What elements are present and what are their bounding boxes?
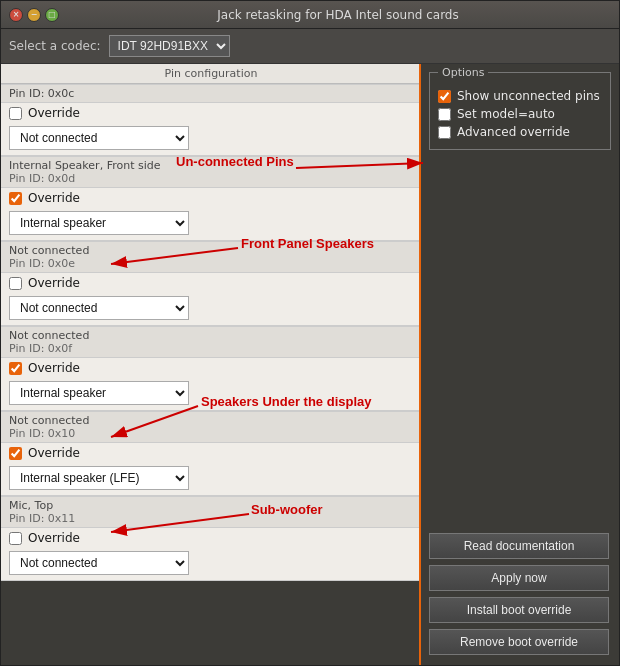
apply-now-button[interactable]: Apply now [429,565,609,591]
titlebar: × − □ Jack retasking for HDA Intel sound… [1,1,619,29]
main-window: × − □ Jack retasking for HDA Intel sound… [0,0,620,666]
minimize-button[interactable]: − [27,8,41,22]
dropdown-row-4: Not connected Internal speaker Internal … [1,463,421,495]
pin-select-0[interactable]: Not connected Internal speaker Headphone… [9,126,189,150]
pin-select-2[interactable]: Not connected Internal speaker Headphone… [9,296,189,320]
pin-header-0: Pin ID: 0x0c [1,84,421,103]
left-wrapper: Pin configuration Pin ID: 0x0c Override … [1,64,421,665]
dropdown-row-5: Not connected Internal speaker Headphone… [1,548,421,580]
option-row-2: Advanced override [438,123,602,141]
pin-header-4: Not connected Pin ID: 0x10 [1,411,421,443]
read-documentation-button[interactable]: Read documentation [429,533,609,559]
advanced-override-checkbox[interactable] [438,126,451,139]
options-title: Options [438,66,488,79]
dropdown-row-1: Not connected Internal speaker Headphone… [1,208,421,240]
override-label-2: Override [28,276,80,290]
show-unconnected-checkbox[interactable] [438,90,451,103]
override-row-2: Override [1,273,421,293]
pin-header-3: Not connected Pin ID: 0x0f [1,326,421,358]
maximize-button[interactable]: □ [45,8,59,22]
pin-name-1: Internal Speaker, Front side [9,159,413,172]
override-checkbox-1[interactable] [9,192,22,205]
advanced-override-label: Advanced override [457,125,570,139]
pin-id-label-4: Pin ID: 0x10 [9,427,413,440]
main-area: Pin configuration Pin ID: 0x0c Override … [1,64,619,665]
pin-name-3: Not connected [9,329,413,342]
pin-header-2: Not connected Pin ID: 0x0e [1,241,421,273]
override-checkbox-0[interactable] [9,107,22,120]
pin-group-3: Not connected Pin ID: 0x0f Override Not … [1,326,421,411]
pin-group-4: Not connected Pin ID: 0x10 Override Not … [1,411,421,496]
close-button[interactable]: × [9,8,23,22]
override-label-3: Override [28,361,80,375]
override-row-3: Override [1,358,421,378]
dropdown-row-2: Not connected Internal speaker Headphone… [1,293,421,325]
pin-group-0: Pin ID: 0x0c Override Not connected Inte… [1,84,421,156]
override-row-1: Override [1,188,421,208]
pin-header-1: Internal Speaker, Front side Pin ID: 0x0… [1,156,421,188]
pin-name-2: Not connected [9,244,413,257]
pin-id-label-5: Pin ID: 0x11 [9,512,413,525]
override-row-4: Override [1,443,421,463]
pin-config-title: Pin configuration [1,64,421,84]
pin-name-5: Mic, Top [9,499,413,512]
window-controls: × − □ [9,8,59,22]
right-panel: Options Show unconnected pins Set model=… [421,64,619,665]
pin-id-label-2: Pin ID: 0x0e [9,257,413,270]
override-checkbox-5[interactable] [9,532,22,545]
pin-id-label-1: Pin ID: 0x0d [9,172,413,185]
set-model-auto-label: Set model=auto [457,107,555,121]
show-unconnected-label: Show unconnected pins [457,89,600,103]
pin-select-5[interactable]: Not connected Internal speaker Headphone… [9,551,189,575]
pin-name-4: Not connected [9,414,413,427]
option-row-0: Show unconnected pins [438,87,602,105]
override-checkbox-3[interactable] [9,362,22,375]
options-box: Options Show unconnected pins Set model=… [429,72,611,150]
pin-group-2: Not connected Pin ID: 0x0e Override Not … [1,241,421,326]
override-label-0: Override [28,106,80,120]
pin-header-5: Mic, Top Pin ID: 0x11 [1,496,421,528]
override-label-4: Override [28,446,80,460]
override-checkbox-2[interactable] [9,277,22,290]
override-label-5: Override [28,531,80,545]
override-row-0: Override [1,103,421,123]
install-boot-override-button[interactable]: Install boot override [429,597,609,623]
codec-select[interactable]: IDT 92HD91BXX [109,35,230,57]
override-checkbox-4[interactable] [9,447,22,460]
override-label-1: Override [28,191,80,205]
remove-boot-override-button[interactable]: Remove boot override [429,629,609,655]
codec-label: Select a codec: [9,39,101,53]
pin-config-panel: Pin configuration Pin ID: 0x0c Override … [1,64,421,581]
toolbar: Select a codec: IDT 92HD91BXX [1,29,619,64]
option-row-1: Set model=auto [438,105,602,123]
dropdown-row-3: Not connected Internal speaker Headphone… [1,378,421,410]
pin-select-3[interactable]: Not connected Internal speaker Headphone… [9,381,189,405]
pin-select-1[interactable]: Not connected Internal speaker Headphone… [9,211,189,235]
window-title: Jack retasking for HDA Intel sound cards [65,8,611,22]
override-row-5: Override [1,528,421,548]
dropdown-row-0: Not connected Internal speaker Headphone… [1,123,421,155]
pin-group-1: Internal Speaker, Front side Pin ID: 0x0… [1,156,421,241]
spacer [429,162,611,529]
pin-id-label-0: Pin ID: 0x0c [9,87,74,100]
pin-select-4[interactable]: Not connected Internal speaker Internal … [9,466,189,490]
pin-group-5: Mic, Top Pin ID: 0x11 Override Not conne… [1,496,421,581]
set-model-auto-checkbox[interactable] [438,108,451,121]
pin-id-label-3: Pin ID: 0x0f [9,342,413,355]
